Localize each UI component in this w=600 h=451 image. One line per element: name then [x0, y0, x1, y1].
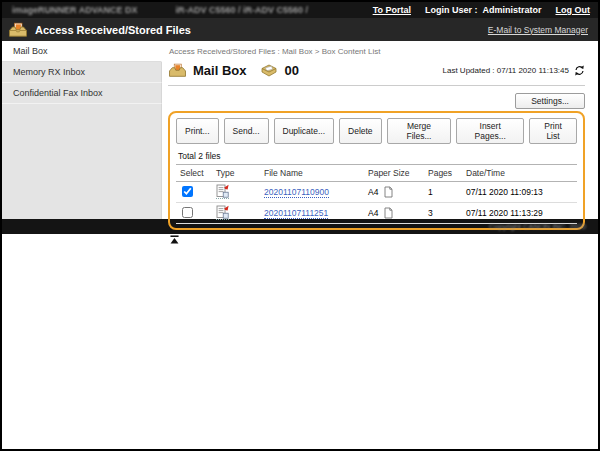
row-checkbox[interactable]: [182, 186, 193, 197]
top-bar-right: To Portal Login User : Administrator Log…: [373, 5, 590, 15]
login-user-label: Login User :: [425, 5, 478, 15]
duplicate-button[interactable]: Duplicate...: [274, 118, 335, 144]
table-row: 20201107110900 A4: [176, 182, 577, 203]
to-portal-link[interactable]: To Portal: [373, 5, 411, 15]
settings-button[interactable]: Settings...: [515, 93, 585, 109]
sidebar: Mail Box Memory RX Inbox Confidential Fa…: [2, 41, 162, 219]
login-user: Login User : Administrator: [425, 5, 542, 15]
header-date-time: Date/Time: [462, 165, 577, 182]
header-select: Select: [176, 165, 212, 182]
top-bar: imageRUNNER ADVANCE DX iR-ADV C5560 / iR…: [2, 2, 598, 18]
inbox-tray-icon: [8, 22, 28, 38]
sidebar-filler: [2, 104, 162, 219]
breadcrumb: Access Received/Stored Files : Mail Box …: [169, 47, 585, 56]
page-title-row: Mail Box 00 Last Updated : 07/11 2020 11…: [168, 63, 585, 78]
toolbar: Print... Send... Duplicate... Delete Mer…: [176, 118, 577, 144]
page-title: Mail Box: [193, 63, 246, 78]
header-type: Type: [212, 165, 260, 182]
file-list-panel: Print... Send... Duplicate... Delete Mer…: [168, 111, 585, 230]
delete-button[interactable]: Delete: [339, 118, 382, 144]
merge-files-button[interactable]: Merge Files...: [387, 118, 452, 144]
file-name-link[interactable]: 20201107110900: [264, 187, 329, 198]
log-out-link[interactable]: Log Out: [556, 5, 591, 15]
datetime-value: 07/11 2020 11:13:29: [462, 203, 577, 224]
paper-size-cell: A4: [368, 207, 422, 219]
back-to-top-icon[interactable]: [170, 235, 179, 244]
file-type-icon[interactable]: [216, 184, 229, 199]
total-files-label: Total 2 files: [178, 151, 576, 161]
empty-area: [2, 234, 598, 449]
page-body: Mail Box Memory RX Inbox Confidential Fa…: [2, 41, 598, 219]
box-number: 00: [284, 63, 298, 78]
sidebar-item-mail-box[interactable]: Mail Box: [2, 41, 162, 62]
sidebar-item-confidential-fax-inbox[interactable]: Confidential Fax Inbox: [2, 83, 162, 104]
app-title-bar: Access Received/Stored Files E-Mail to S…: [2, 18, 598, 41]
box-icon: [260, 63, 278, 78]
last-updated: Last Updated : 07/11 2020 11:13:45: [443, 65, 585, 76]
row-checkbox[interactable]: [182, 207, 193, 218]
file-type-icon[interactable]: [216, 205, 229, 220]
mail-box-tray-icon: [168, 63, 187, 78]
login-user-value: Administrator: [482, 5, 541, 15]
send-button[interactable]: Send...: [224, 118, 269, 144]
header-paper-size: Paper Size: [364, 165, 424, 182]
print-list-button[interactable]: Print List: [529, 118, 577, 144]
refresh-icon[interactable]: [574, 65, 585, 76]
paper-size-value: A4: [368, 208, 378, 218]
pages-value: 3: [424, 203, 462, 224]
settings-row: Settings...: [168, 90, 585, 109]
table-header-row: Select Type File Name Paper Size Pages D…: [176, 165, 577, 182]
copyright-redacted: Copyright CANON INC. 2020: [489, 222, 586, 231]
paper-size-value: A4: [368, 187, 378, 197]
device-name-redacted: iR-ADV C5560 / iR-ADV C5560 /: [176, 5, 309, 15]
pages-value: 1: [424, 182, 462, 203]
file-name-link[interactable]: 20201107111251: [264, 208, 328, 219]
last-updated-text: Last Updated : 07/11 2020 11:13:45: [443, 66, 569, 75]
table-row: 20201107111251 A4: [176, 203, 577, 224]
paper-size-cell: A4: [368, 186, 422, 198]
print-button[interactable]: Print...: [176, 118, 219, 144]
title-divider: [168, 85, 585, 86]
paper-icon: [384, 186, 393, 198]
app-title: Access Received/Stored Files: [35, 24, 191, 36]
paper-icon: [384, 207, 393, 219]
sidebar-item-memory-rx-inbox[interactable]: Memory RX Inbox: [2, 62, 162, 83]
main-content: Access Received/Stored Files : Mail Box …: [162, 41, 598, 219]
insert-pages-button[interactable]: Insert Pages...: [456, 118, 524, 144]
email-system-manager-link[interactable]: E-Mail to System Manager: [488, 25, 588, 35]
header-pages: Pages: [424, 165, 462, 182]
device-model-redacted: imageRUNNER ADVANCE DX: [12, 5, 138, 15]
header-file-name: File Name: [260, 165, 364, 182]
datetime-value: 07/11 2020 11:09:13: [462, 182, 577, 203]
app-window: imageRUNNER ADVANCE DX iR-ADV C5560 / iR…: [0, 0, 600, 451]
file-table: Select Type File Name Paper Size Pages D…: [176, 164, 577, 224]
